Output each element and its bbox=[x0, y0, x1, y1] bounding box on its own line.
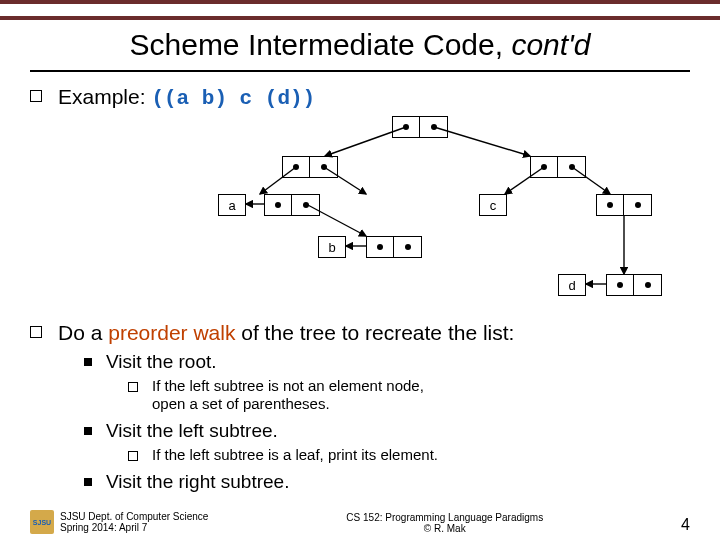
sjsu-logo-icon: SJSU bbox=[30, 510, 54, 534]
cons-cell bbox=[530, 156, 586, 178]
slide-title: Scheme Intermediate Code, cont'd bbox=[0, 20, 720, 68]
cons-cell-b bbox=[366, 236, 422, 258]
step-root-detail: If the left subtree is not an element no… bbox=[128, 377, 690, 415]
footer-course: CS 152: Programming Language Paradigms bbox=[208, 512, 681, 523]
bullet-example: Example: ((a b) c (d)) bbox=[30, 84, 690, 112]
cons-cell-d bbox=[606, 274, 662, 296]
footer-dept: SJSU Dept. of Computer Science bbox=[60, 511, 208, 522]
leaf-a: a bbox=[218, 194, 246, 216]
svg-line-1 bbox=[434, 127, 530, 156]
step-visit-root: Visit the root. bbox=[84, 351, 690, 373]
bullet-icon bbox=[84, 358, 92, 366]
page-number: 4 bbox=[681, 516, 690, 534]
example-code: ((a b) c (d)) bbox=[151, 87, 315, 110]
step-visit-left: Visit the left subtree. bbox=[84, 420, 690, 442]
cons-cell bbox=[282, 156, 338, 178]
bullet-preorder: Do a preorder walk of the tree to recrea… bbox=[30, 320, 690, 346]
tree-diagram: a b c d bbox=[30, 116, 690, 316]
footer-author: © R. Mak bbox=[208, 523, 681, 534]
title-main: Scheme Intermediate Code, bbox=[130, 28, 512, 61]
bullet-icon bbox=[30, 90, 42, 102]
cons-cell-root bbox=[392, 116, 448, 138]
bullet-icon bbox=[84, 478, 92, 486]
walk-highlight: preorder walk bbox=[108, 321, 235, 344]
walk-prefix: Do a bbox=[58, 321, 108, 344]
cons-cell-a bbox=[264, 194, 320, 216]
footer: SJSU SJSU Dept. of Computer Science Spri… bbox=[0, 510, 720, 534]
leaf-d: d bbox=[558, 274, 586, 296]
bullet-icon bbox=[30, 326, 42, 338]
leaf-c: c bbox=[479, 194, 507, 216]
leaf-b: b bbox=[318, 236, 346, 258]
title-contd: cont'd bbox=[511, 28, 590, 61]
step-visit-right: Visit the right subtree. bbox=[84, 471, 690, 493]
walk-suffix: of the tree to recreate the list: bbox=[235, 321, 514, 344]
footer-term: Spring 2014: April 7 bbox=[60, 522, 208, 533]
step-left-detail: If the left subtree is a leaf, print its… bbox=[128, 446, 690, 465]
bullet-icon bbox=[128, 451, 138, 461]
bullet-icon bbox=[84, 427, 92, 435]
bullet-icon bbox=[128, 382, 138, 392]
example-prefix: Example: bbox=[58, 85, 151, 108]
cons-cell-d-parent bbox=[596, 194, 652, 216]
